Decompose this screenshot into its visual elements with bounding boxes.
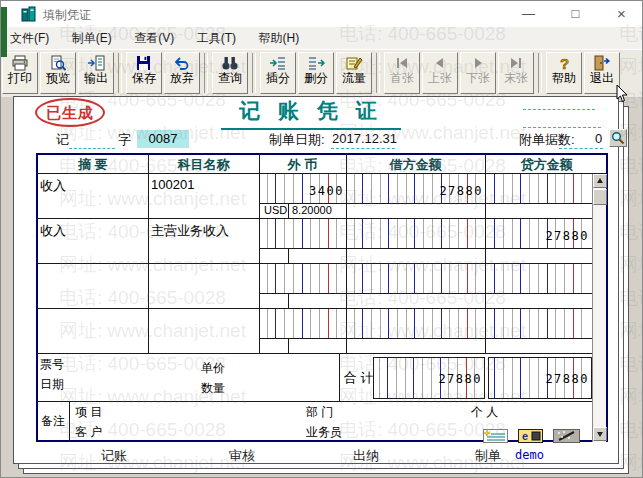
maximize-button[interactable]: □ — [553, 1, 598, 27]
grid-line — [288, 248, 289, 263]
row-summary[interactable]: 收入 — [40, 177, 66, 195]
toolbar-separator — [118, 53, 122, 93]
last-voucher-button: 末张 — [498, 52, 534, 94]
customer-label[interactable]: 客 户 — [75, 424, 102, 441]
header-credit: 贷方金额 — [485, 156, 608, 174]
discard-button[interactable]: 放弃 — [164, 52, 200, 94]
wand-tool-button[interactable] — [553, 429, 580, 447]
next-record-icon — [469, 55, 487, 71]
voucher-word-blank[interactable] — [69, 147, 115, 149]
screen-tool-button[interactable]: e — [518, 429, 543, 447]
menu-tools[interactable]: 工具(T) — [188, 27, 245, 50]
total-debit-cell: 27880 — [373, 357, 485, 399]
binoculars-icon — [221, 55, 239, 71]
ruling-line — [512, 358, 513, 398]
note-tool-button[interactable] — [483, 429, 508, 447]
grid-line — [288, 293, 289, 308]
menu-help[interactable]: 帮助(H) — [249, 27, 308, 50]
grid-line — [288, 338, 289, 353]
project-label[interactable]: 项 目 — [75, 404, 102, 421]
remarks-label: 备注 — [41, 413, 65, 430]
undo-arrow-icon — [173, 55, 191, 71]
grid-line — [288, 203, 289, 218]
scroll-up-icon — [597, 178, 603, 183]
previous-voucher-button: 上张 — [422, 52, 458, 94]
menu-voucher[interactable]: 制单(E) — [63, 27, 121, 50]
attachments-lookup-button[interactable] — [609, 129, 627, 147]
toolbar: 打印 预览 输出 保存 — [1, 49, 643, 97]
query-button[interactable]: 查询 — [212, 52, 248, 94]
voucher-date-value[interactable]: 2017.12.31 — [332, 131, 397, 146]
person-label[interactable]: 个 人 — [471, 404, 498, 421]
preview-button[interactable]: 预览 — [40, 52, 76, 94]
scrollbar-thumb[interactable] — [593, 189, 607, 205]
printer-icon — [11, 55, 29, 71]
exchange-rate[interactable]: 8.20000 — [292, 204, 332, 216]
blank-field-line — [523, 108, 595, 110]
grid-line — [148, 153, 149, 353]
currency-code[interactable]: USD — [264, 204, 287, 216]
save-button[interactable]: 保存 — [126, 52, 162, 94]
help-question-icon: ? — [555, 55, 573, 71]
delete-entry-icon — [307, 55, 325, 71]
attachments-count[interactable]: 0 — [595, 131, 602, 146]
export-button[interactable]: 输出 — [78, 52, 114, 94]
note-icon — [483, 429, 508, 443]
header-summary: 摘 要 — [38, 156, 148, 174]
voucher-number-field[interactable]: 0087 — [137, 130, 189, 148]
menu-file[interactable]: 文件(F) — [1, 27, 58, 50]
ruling-line — [520, 358, 521, 398]
scroll-up-button[interactable] — [593, 174, 607, 188]
maker-name: demo — [515, 448, 544, 462]
title-bar: 填制凭证 — □ × — [1, 1, 643, 27]
exit-door-icon — [593, 55, 611, 71]
total-credit-cell: 27880 — [488, 357, 592, 399]
next-voucher-button: 下张 — [460, 52, 496, 94]
unit-price-label: 单价 — [201, 360, 225, 377]
grid-line — [38, 308, 592, 309]
help-button[interactable]: ? 帮助 — [546, 52, 582, 94]
first-record-icon — [393, 55, 411, 71]
voucher-date-label: 制单日期: — [269, 131, 325, 149]
mouse-cursor-icon — [616, 85, 628, 103]
ruling-line — [431, 358, 432, 398]
header-account: 科目名称 — [148, 156, 259, 174]
grid-line — [259, 153, 260, 353]
app-books-icon — [21, 5, 39, 23]
row-summary[interactable]: 收入 — [40, 222, 66, 240]
insert-entry-button[interactable]: 插分 — [260, 52, 296, 94]
ruling-line — [503, 358, 504, 398]
print-button[interactable]: 打印 — [2, 52, 38, 94]
voucher-word-label: 记 — [56, 131, 69, 149]
scroll-down-icon — [597, 432, 603, 437]
minimize-button[interactable]: — — [506, 1, 551, 27]
row-account[interactable]: 主营业务收入 — [151, 222, 229, 240]
cashflow-button[interactable]: 流量 — [336, 52, 372, 94]
voucher-title: 记 账 凭 证 — [221, 97, 401, 130]
salesman-label[interactable]: 业务员 — [306, 424, 342, 441]
department-label[interactable]: 部 门 — [306, 404, 333, 421]
cashier-label: 出纳 — [353, 447, 379, 465]
ruling-line — [379, 358, 380, 398]
ruling-line — [422, 358, 423, 398]
delete-entry-button[interactable]: 删分 — [298, 52, 334, 94]
grid-line — [259, 338, 592, 339]
table-scrollbar[interactable] — [592, 174, 606, 442]
grid-line — [485, 153, 486, 353]
menu-bar: 文件(F) 制单(E) 查看(V) 工具(T) 帮助(H) — [1, 27, 643, 50]
save-floppy-icon — [135, 55, 153, 71]
row-account[interactable]: 100201 — [151, 177, 194, 192]
scroll-down-button[interactable] — [593, 427, 607, 441]
first-voucher-button: 首张 — [384, 52, 420, 94]
grid-line — [69, 401, 70, 442]
voucher-zi-label: 字 — [118, 131, 131, 149]
toolbar-separator — [252, 53, 256, 93]
cashflow-note-icon — [345, 55, 363, 71]
menu-view[interactable]: 查看(V) — [125, 27, 183, 50]
exit-button[interactable]: 退出 — [584, 52, 620, 94]
screen-icon: e — [518, 429, 543, 443]
toolbar-separator — [538, 53, 542, 93]
grid-line — [346, 153, 347, 353]
ruling-line — [405, 358, 406, 398]
close-button[interactable]: × — [599, 1, 643, 27]
